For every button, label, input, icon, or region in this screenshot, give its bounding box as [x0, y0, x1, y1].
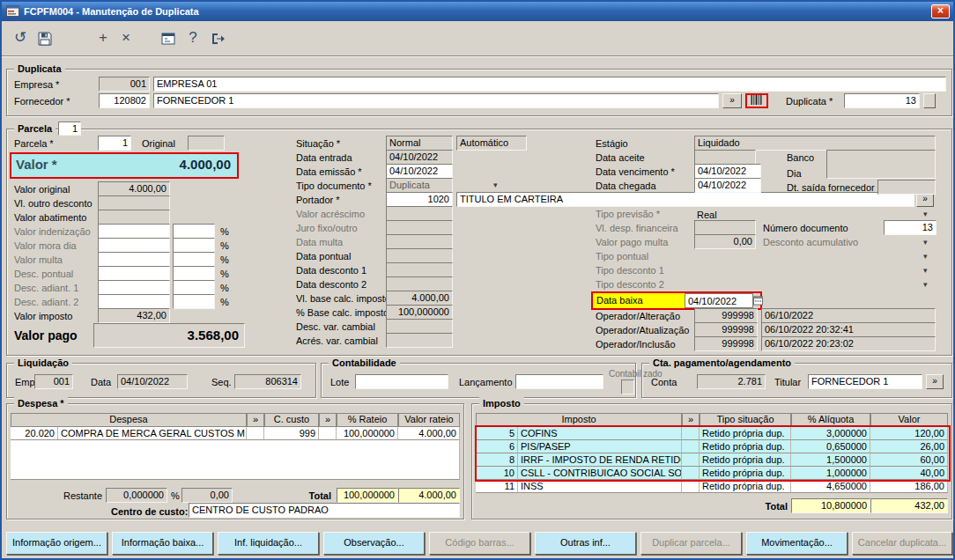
imposto-cell-situacao[interactable]: Retido própria dup. [700, 427, 791, 440]
informacao-baixa-button[interactable]: Informação baixa... [112, 532, 213, 555]
imposto-cell-lookup[interactable] [682, 453, 700, 467]
imposto-cell-aliquota[interactable]: 1,500000 [791, 453, 870, 467]
tipo-documento-dropdown-arrow[interactable]: ▾ [493, 178, 498, 193]
add-button[interactable]: + [92, 26, 115, 49]
despesa-cell-valor[interactable]: 4.000,00 [398, 427, 460, 440]
ccusto-lookup-header[interactable]: » [319, 413, 337, 427]
tipo-documento-field[interactable]: Duplicata [386, 178, 453, 193]
imposto-cell-num[interactable]: 10 [476, 467, 518, 480]
imposto-cell-name[interactable]: INSS [518, 480, 682, 493]
refresh-button[interactable]: ↺ [9, 26, 32, 49]
lancamento-field[interactable] [515, 374, 603, 389]
imposto-cell-valor[interactable]: 26,00 [870, 440, 948, 453]
duplicata-num-field[interactable]: 13 [844, 93, 920, 108]
schedule-button[interactable] [157, 26, 180, 49]
despesa-empty-rows[interactable] [11, 440, 460, 480]
save-button[interactable] [33, 26, 56, 49]
movimentacao-button[interactable]: Movimentação... [746, 532, 848, 555]
imposto-cell-lookup[interactable] [682, 480, 700, 493]
valor-indenizacao-pct-field[interactable] [173, 224, 215, 239]
tipo-desconto1-dropdown-arrow[interactable]: ▾ [923, 263, 928, 278]
imposto-cell-name[interactable]: PIS/PASEP [518, 440, 682, 453]
empresa-name-field[interactable]: EMPRESA 01 [153, 77, 946, 92]
help-button[interactable]: ? [181, 26, 204, 49]
imposto-cell-valor[interactable]: 40,00 [870, 467, 948, 480]
imposto-cell-name[interactable]: CSLL - CONTRIBUICAO SOCIAL SOB [518, 467, 682, 480]
numero-documento-field[interactable]: 13 [884, 220, 936, 235]
imposto-cell-num[interactable]: 11 [476, 480, 518, 493]
imposto-cell-aliquota[interactable]: 1,000000 [791, 467, 870, 480]
outras-inf-button[interactable]: Outras inf... [535, 532, 636, 555]
titular-field[interactable]: FORNECEDOR 1 [808, 374, 922, 389]
imposto-cell-aliquota[interactable]: 0,650000 [791, 440, 870, 453]
valor-field[interactable]: 4.000,00 [180, 157, 231, 172]
valor-multa-field[interactable] [98, 252, 170, 267]
inf-liquidacao-button[interactable]: Inf. liquidação... [218, 532, 319, 555]
imposto-cell-situacao[interactable]: Retido própria dup. [700, 453, 791, 467]
despesa-cell-lookup[interactable] [247, 427, 264, 440]
valor-indenizacao-field[interactable] [98, 224, 170, 239]
barcode-button[interactable] [745, 93, 768, 108]
duplicata-extra-button[interactable] [923, 93, 936, 108]
calendar-icon[interactable] [753, 295, 763, 307]
desc-pontual-pct-field[interactable] [173, 266, 215, 281]
valor-highlight[interactable]: Valor * 4.000,00 [10, 152, 239, 179]
desc-adiant2-pct-field[interactable] [173, 294, 215, 309]
imposto-cell-valor[interactable]: 60,00 [870, 453, 948, 467]
imposto-cell-num[interactable]: 8 [476, 453, 518, 467]
desconto-acumulativo-dropdown-arrow[interactable]: ▾ [923, 235, 928, 250]
titular-lookup-button[interactable]: » [926, 374, 944, 389]
data-baixa-field[interactable]: 04/10/2022 [685, 293, 753, 308]
portador-code-field[interactable]: 1020 [386, 192, 453, 207]
observacao-button[interactable]: Observação... [323, 532, 425, 555]
fornecedor-name-field[interactable]: FORNECEDOR 1 [153, 93, 719, 108]
despesa-cell-lookup[interactable] [319, 427, 337, 440]
imposto-cell-valor[interactable]: 186,00 [870, 480, 948, 493]
imposto-cell-num[interactable]: 5 [476, 427, 518, 440]
despesa-cell-ccusto[interactable]: 999 [264, 427, 319, 440]
data-aceite-label: Data aceite [596, 151, 645, 165]
lote-field[interactable] [355, 374, 448, 389]
imposto-cell-lookup[interactable] [682, 467, 700, 480]
fornecedor-code-field[interactable]: 120802 [99, 93, 150, 108]
close-button[interactable]: × [931, 4, 950, 18]
fornecedor-lookup-button[interactable]: » [722, 93, 742, 108]
informacao-origem-button[interactable]: Informação origem... [6, 532, 107, 555]
valor-original-label: Valor original [14, 182, 70, 196]
imposto-lookup-header[interactable]: » [682, 413, 700, 427]
centro-custo-field[interactable]: CENTRO DE CUSTO PADRAO [189, 503, 460, 518]
despesa-lookup-header[interactable]: » [247, 413, 264, 427]
parcela-field[interactable]: 1 [98, 136, 131, 151]
imposto-cell-name[interactable]: COFINS [518, 427, 682, 440]
imposto-cell-aliquota[interactable]: 4,650000 [791, 480, 870, 493]
imposto-cell-valor[interactable]: 120,00 [870, 427, 948, 440]
imposto-cell-situacao[interactable]: Retido própria dup. [700, 467, 791, 480]
data-emissao-field[interactable]: 04/10/2022 [386, 164, 453, 179]
valor-mora-dia-pct-field[interactable] [173, 238, 215, 253]
exit-button[interactable] [206, 26, 229, 49]
centro-custo-label: Centro de custo: [111, 505, 188, 519]
tipo-pontual-dropdown-arrow[interactable]: ▾ [923, 249, 928, 264]
acres-var-cambial-label: Acrés. var. cambial [296, 334, 378, 348]
desc-adiant2-field[interactable] [98, 294, 170, 309]
despesa-cell-rateio[interactable]: 100,000000 [337, 427, 398, 440]
desc-adiant1-field[interactable] [98, 280, 170, 295]
data-chegada-field[interactable]: 04/10/2022 [694, 178, 761, 193]
imposto-cell-situacao[interactable]: Retido própria dup. [700, 440, 791, 453]
tipo-desconto2-dropdown-arrow[interactable]: ▾ [923, 277, 928, 292]
imposto-cell-name[interactable]: IRRF - IMPOSTO DE RENDA RETIDO N [518, 453, 682, 467]
imposto-cell-num[interactable]: 6 [476, 440, 518, 453]
desc-pontual-field[interactable] [98, 266, 170, 281]
despesa-cell-code[interactable]: 20.020 [11, 427, 58, 440]
valor-multa-pct-field[interactable] [173, 252, 215, 267]
despesa-cell-name[interactable]: COMPRA DE MERCA GERAL CUSTOS M [58, 427, 247, 440]
imposto-cell-aliquota[interactable]: 3,000000 [791, 427, 870, 440]
imposto-cell-situacao[interactable]: Retido própria dup. [700, 480, 791, 493]
data-vencimento-field[interactable]: 04/10/2022 [694, 164, 761, 179]
imposto-cell-lookup[interactable] [682, 440, 700, 453]
rateio-header: % Rateio [337, 413, 398, 427]
delete-button[interactable]: × [115, 26, 137, 49]
imposto-cell-lookup[interactable] [682, 427, 700, 440]
desc-adiant1-pct-field[interactable] [173, 280, 215, 295]
valor-mora-dia-field[interactable] [98, 238, 170, 253]
